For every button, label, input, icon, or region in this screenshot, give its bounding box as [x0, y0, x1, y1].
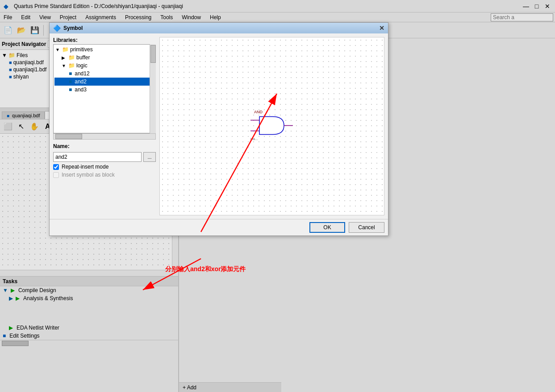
quanjiaqi1-bdf-label: quanjiaqi1.bdf — [13, 66, 47, 73]
lib-tree-scrollbar[interactable] — [150, 44, 156, 133]
dialog-preview: AND ins... — [159, 37, 384, 215]
dialog-footer: OK Cancel — [50, 219, 388, 235]
new-file-button[interactable]: 📄 — [2, 24, 14, 37]
tasks-panel: Tasks ▼ ▶ Compile Design ▶ ▶ Analysis & … — [0, 276, 178, 392]
task-edit-settings[interactable]: ■ Edit Settings — [0, 332, 178, 340]
compile-label: Compile Design — [18, 287, 56, 293]
and12-label: and12 — [75, 70, 89, 77]
insert-block-checkbox[interactable] — [53, 172, 59, 178]
symbol-dialog[interactable]: 🔷 Symbol ✕ Libraries: ▼ 📁 primi — [49, 22, 388, 236]
et-pan-button[interactable]: ✋ — [28, 120, 41, 133]
search-box-top[interactable] — [491, 13, 553, 21]
bdf-icon-1: ■ — [9, 60, 12, 65]
repeat-insert-checkbox[interactable] — [53, 164, 59, 170]
folder-icon: 📁 — [8, 52, 15, 58]
and3-label: and3 — [75, 87, 87, 93]
menubar: File Edit View Project Assignments Proce… — [0, 12, 555, 22]
app-logo: ◆ — [4, 3, 8, 10]
and-gate-preview: AND ins... — [250, 108, 304, 145]
cancel-button[interactable]: Cancel — [349, 222, 384, 233]
name-browse-button[interactable]: ... — [143, 152, 156, 162]
window-title: Quartus Prime Standard Edition - D:/Code… — [14, 3, 183, 9]
tasks-header: Tasks — [0, 276, 178, 286]
library-tree[interactable]: ▼ 📁 primitives ▶ 📁 buffer — [53, 44, 156, 133]
lib-item-and2[interactable]: ■ and2 — [54, 78, 154, 86]
libraries-section: Libraries: ▼ 📁 primitives ▶ — [53, 37, 156, 140]
name-section: Name: ... Repeat-insert mode Insert symb… — [53, 143, 156, 178]
lib-item-buffer[interactable]: ▶ 📁 buffer — [54, 54, 154, 62]
files-folder-label: Files — [17, 52, 28, 58]
name-label: Name: — [53, 143, 156, 149]
dialog-title-text: Symbol — [63, 25, 83, 31]
menu-view[interactable]: View — [38, 13, 53, 21]
menu-assignments[interactable]: Assignments — [83, 13, 118, 21]
buf-label: buffer — [76, 54, 90, 61]
et-select-button[interactable]: ⬜ — [2, 120, 14, 133]
menu-help[interactable]: Help — [208, 13, 223, 21]
maximize-button[interactable]: □ — [533, 2, 541, 10]
dialog-title-icon: 🔷 — [53, 25, 61, 32]
repeat-insert-label: Repeat-insert mode — [62, 164, 108, 170]
lib-item-primitives[interactable]: ▼ 📁 primitives — [54, 45, 154, 54]
name-row: ... — [53, 152, 156, 162]
svg-text:ins...: ins... — [250, 137, 258, 141]
tasks-label: Tasks — [3, 278, 17, 285]
lib-tree-hscrollbar[interactable] — [53, 133, 156, 140]
edit-settings-label: Edit Settings — [9, 333, 39, 339]
menu-window[interactable]: Window — [180, 13, 203, 21]
play-icon-eda: ▶ — [9, 325, 13, 331]
lib-item-and12[interactable]: ■ and12 — [54, 70, 154, 78]
arrow-icon-analysis: ▶ — [9, 295, 13, 301]
logic-folder-icon: 📁 — [68, 62, 75, 69]
logic-label: logic — [76, 62, 88, 69]
dialog-body: Libraries: ▼ 📁 primitives ▶ — [50, 33, 388, 219]
shiyan-label: shiyan — [13, 74, 29, 80]
bdf-icon-2: ■ — [9, 67, 12, 72]
dialog-left: Libraries: ▼ 📁 primitives ▶ — [53, 37, 156, 215]
task-analysis[interactable]: ▶ ▶ Analysis & Synthesis — [0, 294, 178, 302]
svg-text:AND: AND — [254, 110, 263, 114]
tab-quanjiaqi-bdf[interactable]: ■ quanjiaqi.bdf — [2, 111, 45, 119]
expand-icon-compile: ▼ — [3, 287, 8, 293]
menu-project[interactable]: Project — [58, 13, 78, 21]
ip-add-bar[interactable]: + Add — [179, 382, 281, 392]
logic-expand-icon: ▼ — [62, 63, 67, 68]
libraries-label: Libraries: — [53, 37, 156, 43]
minimize-button[interactable]: — — [522, 2, 530, 10]
folder-expand-icon: ▼ — [2, 52, 7, 58]
menu-processing[interactable]: Processing — [123, 13, 153, 21]
et-pointer-button[interactable]: ↖ — [15, 120, 28, 133]
horizontal-scrollbar[interactable] — [0, 270, 172, 276]
menu-file[interactable]: File — [2, 13, 14, 21]
and2-label: and2 — [75, 78, 87, 85]
close-button[interactable]: ✕ — [543, 2, 551, 10]
eda-label: EDA Netlist Writer — [17, 325, 59, 331]
name-input[interactable] — [53, 152, 142, 162]
save-button[interactable]: 💾 — [29, 24, 41, 37]
square-icon-settings: ■ — [3, 333, 6, 339]
lib-item-and3[interactable]: ■ and3 — [54, 86, 154, 94]
titlebar: ◆ Quartus Prime Standard Edition - D:/Co… — [0, 0, 555, 12]
task-compile[interactable]: ▼ ▶ Compile Design — [0, 286, 178, 294]
tab-icon-1: ■ — [7, 113, 9, 118]
buf-folder-icon: 📁 — [68, 54, 75, 61]
ok-button[interactable]: OK — [309, 222, 345, 233]
add-label: + Add — [183, 384, 196, 391]
prim-expand-icon: ▼ — [55, 47, 61, 52]
task-row3[interactable] — [0, 302, 178, 309]
bottom-scrollbar[interactable] — [0, 340, 178, 346]
menu-edit[interactable]: Edit — [19, 13, 32, 21]
buf-expand-icon: ▶ — [62, 55, 67, 60]
task-row5[interactable] — [0, 317, 178, 324]
open-file-button[interactable]: 📂 — [15, 24, 28, 37]
task-eda[interactable]: ▶ EDA Netlist Writer — [0, 324, 178, 332]
task-row4[interactable] — [0, 309, 178, 317]
tab-label-1: quanjiaqi.bdf — [12, 113, 40, 118]
dialog-close-button[interactable]: ✕ — [379, 25, 384, 32]
and2-icon: ■ — [69, 78, 72, 85]
prim-label: primitives — [70, 46, 93, 53]
insert-block-label: Insert symbol as block — [62, 172, 115, 178]
lib-item-logic[interactable]: ▼ 📁 logic — [54, 62, 154, 70]
bdf-icon-3: ■ — [9, 74, 12, 79]
menu-tools[interactable]: Tools — [159, 13, 175, 21]
